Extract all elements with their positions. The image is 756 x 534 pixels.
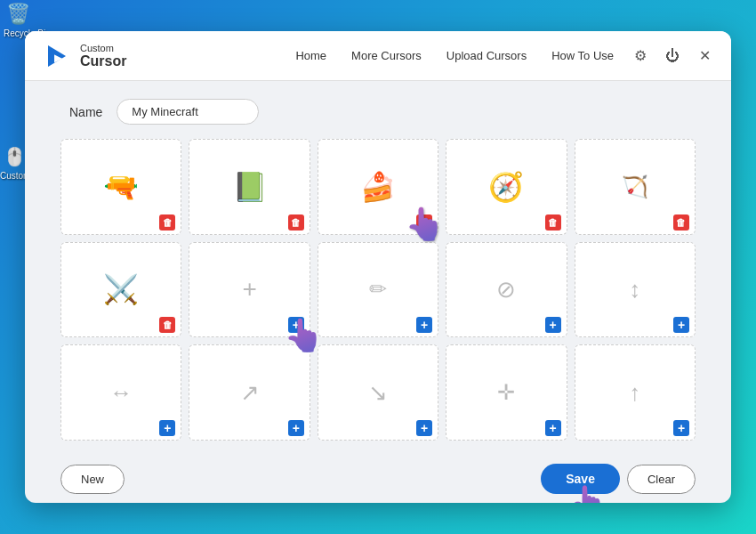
name-input[interactable] — [117, 99, 259, 125]
delete-button-r1c1[interactable]: 🗑 — [159, 214, 175, 231]
logo-icon: ▶ — [43, 40, 75, 72]
titlebar: ▶ Custom Cursor Home More Cursors Upload… — [25, 31, 731, 81]
add-button-r3c3[interactable]: + — [416, 420, 432, 436]
logo-text: Custom Cursor — [80, 43, 126, 69]
cursor-cell-r3c5[interactable]: ↑ + — [575, 344, 696, 441]
delete-button-r1c4[interactable]: 🗑 — [545, 214, 561, 231]
placeholder-resize-h-r3c1: ↔ — [109, 379, 133, 407]
nav-home[interactable]: Home — [295, 49, 326, 62]
cursor-cell-r1c4[interactable]: 🧭 🗑 — [446, 139, 567, 235]
cursor-icon-food: 🍰 — [360, 173, 396, 201]
placeholder-pencil-r2c3: ✏ — [369, 277, 387, 302]
name-row: Name — [60, 99, 696, 125]
cursor-cell-r2c4[interactable]: ⊘ + — [446, 242, 567, 338]
placeholder-diag-r3c2: ↗ — [240, 379, 260, 407]
nav-more-cursors[interactable]: More Cursors — [351, 49, 422, 62]
cursor-cell-r3c4[interactable]: ✛ + — [446, 344, 567, 441]
titlebar-icons: ⚙ ⏻ ✕ — [631, 47, 713, 65]
placeholder-move-r3c4: ✛ — [497, 380, 515, 405]
cursor-cell-r1c2[interactable]: 📗 🗑 — [189, 139, 310, 235]
cursor-cell-r3c1[interactable]: ↔ + — [60, 344, 181, 441]
main-window: ▶ Custom Cursor Home More Cursors Upload… — [25, 31, 731, 503]
add-button-r2c5[interactable]: + — [673, 317, 689, 333]
cursor-cell-r2c3[interactable]: ✏ + — [318, 242, 438, 338]
nav-links: Home More Cursors Upload Cursors How To … — [295, 49, 614, 62]
add-button-r2c4[interactable]: + — [545, 317, 561, 333]
cursor-icon-sword: ⚔️ — [103, 275, 139, 303]
add-button-r3c2[interactable]: + — [288, 420, 304, 436]
power-icon[interactable]: ⏻ — [664, 47, 681, 65]
content-area: Name 🔫 🗑 📗 🗑 🍰 🗑 👆 — [25, 81, 731, 455]
add-button-r3c5[interactable]: + — [673, 420, 689, 436]
cursor-cell-r3c2[interactable]: ↗ + — [189, 344, 310, 441]
delete-button-r2c1[interactable]: 🗑 — [159, 317, 175, 333]
cursor-cell-r1c3[interactable]: 🍰 🗑 👆 — [318, 139, 438, 235]
cursor-icon-bow: 🏹 — [622, 176, 648, 198]
logo-custom: Custom — [80, 43, 126, 53]
add-button-r2c3[interactable]: + — [416, 317, 432, 333]
cursor-grid: 🔫 🗑 📗 🗑 🍰 🗑 👆 🧭 🗑 🏹 🗑 — [60, 139, 696, 441]
cursor-cell-r2c2[interactable]: + + 👆 — [189, 242, 310, 338]
add-button-r3c4[interactable]: + — [545, 420, 561, 436]
add-button-r3c1[interactable]: + — [159, 420, 175, 436]
placeholder-up-r3c5: ↑ — [629, 379, 640, 407]
cursor-cell-r2c5[interactable]: ↕ + — [575, 242, 696, 338]
placeholder-resize-v-r2c5: ↕ — [629, 276, 640, 303]
cursor-icon-gun: 🔫 — [103, 173, 139, 201]
cursor-icon-book: 📗 — [232, 173, 268, 201]
cursor-icon-compass: 🧭 — [488, 173, 524, 201]
delete-button-r1c3[interactable]: 🗑 — [416, 214, 432, 231]
save-button[interactable]: Save — [541, 464, 620, 494]
cursor-cell-r2c1[interactable]: ⚔️ 🗑 — [60, 242, 181, 338]
bottom-bar: New Save 👆 Clear — [25, 455, 731, 503]
delete-button-r1c5[interactable]: 🗑 — [673, 214, 689, 231]
placeholder-plus-r2c2: + — [242, 275, 256, 303]
clear-button[interactable]: Clear — [627, 465, 696, 494]
nav-upload-cursors[interactable]: Upload Cursors — [446, 49, 527, 62]
close-icon[interactable]: ✕ — [696, 47, 713, 65]
placeholder-diag2-r3c3: ↗ — [364, 383, 391, 402]
name-label: Name — [69, 105, 102, 119]
logo-cursor: Cursor — [80, 53, 126, 69]
cursor-cell-r3c3[interactable]: ↗ + — [318, 344, 438, 441]
cursor-cell-r1c5[interactable]: 🏹 🗑 — [575, 139, 696, 235]
delete-button-r1c2[interactable]: 🗑 — [288, 214, 304, 231]
nav-how-to-use[interactable]: How To Use — [551, 49, 614, 62]
settings-icon[interactable]: ⚙ — [631, 47, 649, 65]
new-button[interactable]: New — [60, 465, 125, 494]
add-button-r2c2[interactable]: + — [288, 317, 304, 333]
placeholder-nope-r2c4: ⊘ — [496, 276, 516, 303]
cursor-cell-r1c1[interactable]: 🔫 🗑 — [60, 139, 181, 235]
logo[interactable]: ▶ Custom Cursor — [43, 40, 126, 72]
